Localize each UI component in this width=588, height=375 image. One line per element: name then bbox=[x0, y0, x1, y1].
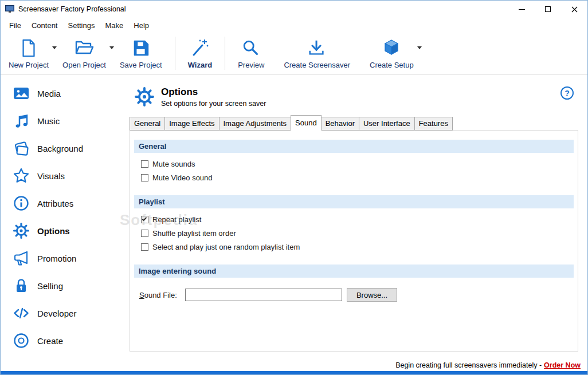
sidebar-item-developer[interactable]: Developer bbox=[1, 299, 124, 327]
create-setup-dropdown-arrow[interactable] bbox=[417, 34, 424, 49]
toolbar-separator bbox=[225, 37, 225, 70]
save-project-label: Save Project bbox=[120, 61, 162, 69]
preview-button[interactable]: Preview bbox=[234, 34, 268, 70]
sidebar-item-visuals[interactable]: Visuals bbox=[1, 162, 124, 190]
save-floppy-icon bbox=[131, 37, 151, 59]
checkmark-icon bbox=[142, 216, 147, 221]
open-project-button[interactable]: Open Project bbox=[59, 34, 109, 70]
sidebar-item-selling[interactable]: Selling bbox=[1, 272, 124, 299]
page-title: Options bbox=[161, 86, 266, 98]
magic-wand-icon bbox=[190, 37, 210, 59]
sidebar-item-label: Create bbox=[37, 336, 63, 346]
tab-image-effects[interactable]: Image Effects bbox=[164, 117, 219, 131]
maximize-button[interactable] bbox=[535, 1, 561, 18]
star-icon bbox=[12, 167, 30, 185]
sidebar-item-label: Attributes bbox=[37, 199, 73, 208]
info-icon bbox=[12, 195, 30, 212]
bottom-accent-strip bbox=[1, 371, 587, 374]
package-box-icon bbox=[381, 37, 402, 59]
menu-settings[interactable]: Settings bbox=[63, 19, 100, 32]
wizard-button[interactable]: Wizard bbox=[185, 34, 216, 70]
browse-button[interactable]: Browse... bbox=[347, 288, 397, 302]
titlebar: Screensaver Factory Professional bbox=[1, 1, 587, 18]
tab-user-interface[interactable]: User Interface bbox=[359, 117, 415, 131]
checkbox-mute-video-sound[interactable]: Mute Video sound bbox=[141, 173, 574, 182]
sidebar-item-background[interactable]: Background bbox=[1, 135, 124, 162]
menu-make[interactable]: Make bbox=[100, 19, 128, 32]
gear-icon bbox=[12, 222, 30, 240]
sidebar-item-attributes[interactable]: Attributes bbox=[1, 190, 124, 217]
window-title: Screensaver Factory Professional bbox=[18, 5, 126, 13]
tab-general[interactable]: General bbox=[130, 117, 165, 131]
new-document-icon bbox=[19, 37, 38, 59]
download-arrow-icon bbox=[307, 37, 327, 59]
checkbox-box-checked[interactable] bbox=[141, 216, 148, 223]
page-header: Options Set options for your screen save… bbox=[124, 75, 587, 108]
app-icon bbox=[5, 5, 14, 13]
sidebar-item-promotion[interactable]: Promotion bbox=[1, 244, 124, 272]
main-content: Options Set options for your screen save… bbox=[124, 75, 587, 360]
sidebar: Media Music bbox=[1, 75, 124, 360]
sidebar-item-music[interactable]: Music bbox=[1, 107, 124, 135]
chevron-down-icon bbox=[109, 46, 114, 49]
sidebar-item-label: Selling bbox=[37, 281, 63, 291]
checkbox-mute-sounds[interactable]: Mute sounds bbox=[141, 160, 574, 168]
tab-behavior[interactable]: Behavior bbox=[321, 117, 359, 131]
checkbox-box[interactable] bbox=[141, 230, 148, 237]
disc-icon bbox=[12, 332, 30, 350]
new-project-dropdown-arrow[interactable] bbox=[52, 34, 59, 49]
sidebar-item-options[interactable]: Options bbox=[1, 217, 124, 244]
lock-icon bbox=[12, 277, 30, 295]
create-setup-label: Create Setup bbox=[370, 61, 414, 69]
sound-file-row: Sound File: Browse... bbox=[139, 288, 574, 302]
tab-features[interactable]: Features bbox=[414, 117, 453, 131]
checkbox-box[interactable] bbox=[141, 160, 148, 168]
tabstrip: General Image Effects Image Adjustments … bbox=[130, 115, 578, 131]
menu-help[interactable]: Help bbox=[128, 19, 154, 32]
checkbox-box[interactable] bbox=[141, 243, 148, 251]
minimize-button[interactable] bbox=[508, 1, 535, 18]
create-setup-button[interactable]: Create Setup bbox=[366, 34, 417, 70]
checkbox-label: Repeat playlist bbox=[152, 215, 201, 224]
menu-file[interactable]: File bbox=[4, 19, 26, 32]
close-button[interactable] bbox=[561, 1, 587, 18]
app-window: Screensaver Factory Professional File Co… bbox=[0, 0, 588, 375]
music-note-icon bbox=[12, 112, 30, 130]
toolbar-separator bbox=[175, 37, 175, 70]
sidebar-item-label: Developer bbox=[37, 309, 76, 318]
checkbox-shuffle-playlist[interactable]: Shuffle playlist item order bbox=[141, 229, 574, 238]
checkbox-label: Select and play just one random playlist… bbox=[152, 243, 300, 251]
help-button[interactable]: ? bbox=[560, 86, 574, 100]
menubar: File Content Settings Make Help bbox=[1, 18, 587, 33]
chevron-down-icon bbox=[417, 46, 422, 49]
menu-content[interactable]: Content bbox=[26, 19, 63, 32]
checkbox-box[interactable] bbox=[141, 174, 148, 181]
checkbox-repeat-playlist[interactable]: Repeat playlist bbox=[141, 215, 574, 224]
sidebar-item-media[interactable]: Media bbox=[1, 80, 124, 107]
tab-sound[interactable]: Sound bbox=[291, 115, 322, 131]
sidebar-item-label: Media bbox=[37, 89, 61, 98]
statusbar-text: Begin creating full screensavers immedia… bbox=[395, 361, 542, 369]
tab-image-adjustments[interactable]: Image Adjustments bbox=[219, 117, 292, 131]
checkbox-label: Mute sounds bbox=[152, 160, 195, 168]
sidebar-item-label: Options bbox=[37, 226, 70, 236]
sound-file-label: Sound File: bbox=[139, 291, 185, 299]
sidebar-item-label: Music bbox=[37, 116, 60, 126]
checkbox-random-playlist-item[interactable]: Select and play just one random playlist… bbox=[141, 243, 574, 251]
code-icon bbox=[12, 305, 30, 322]
sidebar-item-create[interactable]: Create bbox=[1, 327, 124, 354]
sound-tab-panel: General Mute sounds Mute Video sound Pla… bbox=[130, 130, 578, 352]
close-icon bbox=[571, 6, 578, 13]
new-project-button[interactable]: New Project bbox=[5, 34, 52, 70]
section-header-playlist: Playlist bbox=[134, 195, 574, 208]
create-screensaver-button[interactable]: Create Screensaver bbox=[280, 34, 354, 70]
options-gear-icon bbox=[134, 86, 155, 107]
statusbar: Begin creating full screensavers immedia… bbox=[1, 360, 587, 371]
sound-file-input[interactable] bbox=[185, 289, 342, 301]
save-project-button[interactable]: Save Project bbox=[116, 34, 166, 70]
open-project-dropdown-arrow[interactable] bbox=[109, 34, 116, 49]
open-project-label: Open Project bbox=[62, 61, 106, 69]
question-mark-icon: ? bbox=[565, 89, 570, 98]
maximize-icon bbox=[545, 6, 551, 12]
order-now-link[interactable]: Order Now bbox=[544, 361, 581, 369]
